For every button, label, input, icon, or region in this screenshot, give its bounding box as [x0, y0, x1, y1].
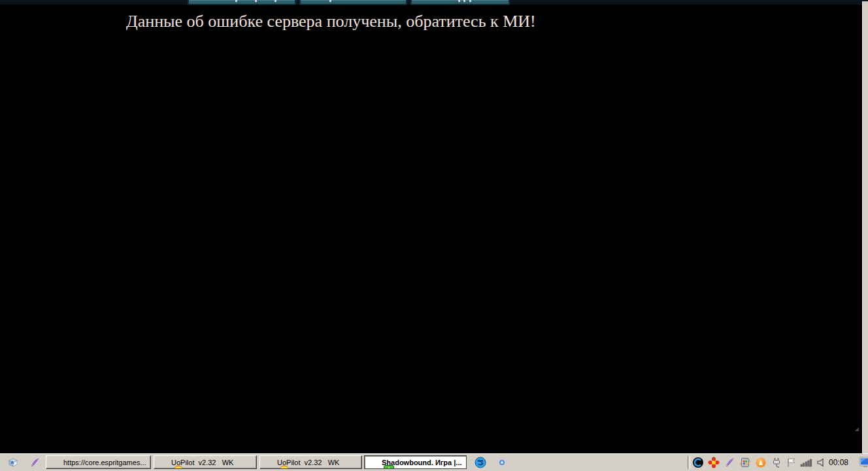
tray-separator	[688, 456, 690, 469]
game-button-top-3[interactable]	[410, 0, 510, 5]
plug-icon[interactable]	[771, 457, 782, 468]
signal-bars-icon[interactable]	[800, 457, 812, 468]
taskbar-button-uopilot-2[interactable]: UoPilot v2.32 WK	[259, 455, 362, 469]
screen: Данные об ошибке сервера получены, обрат…	[0, 0, 868, 471]
c-circle-icon[interactable]	[692, 457, 704, 468]
feather-icon[interactable]	[29, 457, 41, 468]
blue-smiley-icon[interactable]	[475, 457, 486, 468]
server-error-message: Данные об ошибке сервера получены, обрат…	[126, 12, 536, 31]
cutoff-glyph	[463, 0, 465, 2]
scroll-down-arrow[interactable]	[855, 427, 859, 431]
speaker-icon[interactable]	[816, 457, 827, 468]
taskbar-button-uopilot-1[interactable]: UoPilot v2.32 WK	[154, 455, 257, 469]
app-cube-icon[interactable]	[7, 457, 19, 468]
taskbar-button-label: UoPilot v2.32 WK	[277, 459, 339, 466]
taskbar: https://core.espritgames... UoPilot v2.3…	[0, 453, 868, 471]
game-button-top-1[interactable]	[188, 0, 296, 5]
scrollbar[interactable]	[862, 1, 868, 454]
smiley-icon	[263, 457, 274, 468]
feather-icon[interactable]	[724, 457, 736, 468]
smiley-icon	[158, 457, 168, 468]
tray-clock[interactable]: 00:08	[829, 454, 848, 471]
avast-icon[interactable]	[755, 457, 767, 468]
taskbar-button-label: https://core.espritgames...	[63, 459, 146, 466]
taskbar-button-label: UoPilot v2.32 WK	[171, 459, 233, 466]
flag-icon[interactable]	[786, 457, 797, 468]
game-top-strip	[0, 0, 868, 5]
cutoff-glyph	[255, 0, 257, 2]
windows-update-icon[interactable]	[739, 457, 751, 468]
shadowbound-icon	[368, 457, 378, 468]
chrome-icon[interactable]	[496, 457, 508, 468]
browser-ball-icon	[50, 457, 60, 468]
cutoff-glyph	[275, 0, 276, 2]
monitor-icon[interactable]	[859, 456, 868, 469]
red-flower-icon[interactable]	[708, 457, 720, 468]
taskbar-button-label: Shadowbound. Игра |...	[382, 459, 462, 466]
cutoff-glyph	[469, 0, 471, 2]
game-button-top-2[interactable]	[299, 0, 407, 5]
taskbar-button-shadowbound[interactable]: Shadowbound. Игра |...	[364, 455, 467, 469]
cutoff-glyph	[458, 0, 460, 2]
cutoff-glyph	[329, 0, 331, 2]
cutoff-glyph	[235, 0, 237, 2]
taskbar-button-browser[interactable]: https://core.espritgames...	[46, 455, 151, 469]
